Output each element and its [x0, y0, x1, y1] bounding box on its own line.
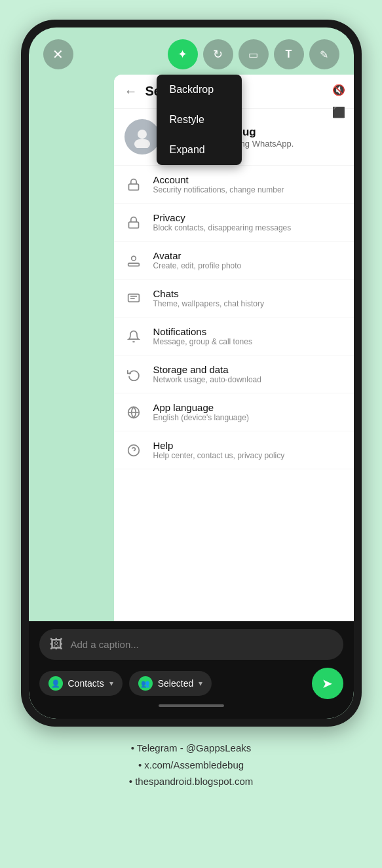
- qr-icon: ⬛: [329, 102, 349, 122]
- contacts-chevron-icon: ▾: [109, 679, 113, 688]
- contacts-button[interactable]: 👤 Contacts ▾: [39, 671, 123, 696]
- footer-line-2: • x.com/Assembledebug: [129, 757, 254, 774]
- settings-item-avatar[interactable]: Avatar Create, edit, profile photo: [114, 242, 354, 280]
- settings-item-account[interactable]: Account Security notifications, change n…: [114, 166, 354, 204]
- close-button[interactable]: ✕: [43, 39, 73, 69]
- phone-screen: x.com/AssembleDebug ✕ ✦ ↻ ▭ T: [29, 27, 354, 719]
- shape-button[interactable]: ▭: [239, 39, 269, 69]
- dropdown-expand[interactable]: Expand: [157, 135, 242, 165]
- selected-chevron-icon: ▾: [199, 679, 202, 688]
- settings-item-language[interactable]: App language English (device's language): [114, 393, 354, 431]
- account-text: Account Security notifications, change n…: [153, 174, 284, 194]
- footer-line-1: • Telegram - @GappsLeaks: [129, 740, 254, 757]
- footer-line-3: • thespandroid.blogspot.com: [129, 773, 254, 790]
- settings-item-help[interactable]: Help Help center, contact us, privacy po…: [114, 431, 354, 469]
- settings-item-storage[interactable]: Storage and data Network usage, auto-dow…: [114, 355, 354, 393]
- chats-icon: [124, 292, 143, 305]
- phone-shell: x.com/AssembleDebug ✕ ✦ ↻ ▭ T: [21, 20, 362, 727]
- language-text: App language English (device's language): [153, 402, 249, 422]
- home-indicator: [159, 704, 224, 707]
- selected-button[interactable]: 👥 Selected ▾: [129, 671, 212, 696]
- dropdown-menu: Backdrop Restyle Expand: [157, 75, 242, 165]
- contacts-icon: 👤: [48, 676, 63, 691]
- settings-item-notifications[interactable]: Notifications Message, group & call tone…: [114, 317, 354, 355]
- text-button[interactable]: T: [274, 39, 304, 69]
- svg-point-4: [131, 256, 136, 261]
- caption-input-bar[interactable]: 🖼 Add a caption...: [39, 629, 343, 660]
- dropdown-restyle[interactable]: Restyle: [157, 105, 242, 135]
- svg-rect-3: [128, 222, 138, 228]
- bottom-area: 🖼 Add a caption... 👤 Contacts ▾ 👥 Select…: [29, 621, 354, 719]
- account-icon: [124, 178, 143, 191]
- storage-icon: [124, 368, 143, 381]
- dropdown-backdrop[interactable]: Backdrop: [157, 75, 242, 105]
- rotate-button[interactable]: ↻: [203, 39, 233, 69]
- contacts-label: Contacts: [68, 678, 104, 689]
- shape-icon: ▭: [248, 48, 258, 61]
- help-icon: [124, 444, 143, 457]
- selected-label: Selected: [158, 678, 193, 689]
- svg-point-0: [138, 130, 147, 139]
- settings-corner-icons: 🔇 ⬛: [329, 80, 349, 122]
- text-icon: T: [286, 48, 292, 60]
- notifications-icon: [124, 330, 143, 343]
- ai-button[interactable]: ✦: [168, 39, 198, 69]
- back-button[interactable]: ←: [124, 84, 138, 99]
- close-icon: ✕: [52, 46, 64, 62]
- svg-point-1: [134, 139, 150, 148]
- avatar-icon: [124, 254, 143, 267]
- send-icon: ➤: [322, 676, 333, 691]
- storage-text: Storage and data Network usage, auto-dow…: [153, 364, 261, 384]
- send-button[interactable]: ➤: [312, 668, 343, 699]
- footer-text: • Telegram - @GappsLeaks • x.com/Assembl…: [129, 740, 254, 790]
- language-icon: [124, 406, 143, 419]
- svg-rect-5: [128, 263, 139, 266]
- privacy-text: Privacy Block contacts, disappearing mes…: [153, 212, 292, 232]
- pencil-button[interactable]: ✎: [309, 39, 339, 69]
- settings-item-privacy[interactable]: Privacy Block contacts, disappearing mes…: [114, 204, 354, 242]
- caption-placeholder: Add a caption...: [71, 639, 139, 650]
- caption-camera-icon: 🖼: [50, 637, 63, 652]
- chats-text: Chats Theme, wallpapers, chat history: [153, 288, 264, 308]
- privacy-icon: [124, 216, 143, 229]
- settings-item-chats[interactable]: Chats Theme, wallpapers, chat history: [114, 280, 354, 317]
- send-row: 👤 Contacts ▾ 👥 Selected ▾ ➤: [39, 668, 343, 699]
- help-text: Help Help center, contact us, privacy po…: [153, 440, 285, 460]
- selected-icon: 👥: [138, 676, 153, 691]
- mute-icon: 🔇: [329, 80, 349, 99]
- pencil-icon: ✎: [320, 48, 328, 61]
- avatar-text: Avatar Create, edit, profile photo: [153, 250, 242, 270]
- top-bar: ✕ ✦ ↻ ▭ T ✎: [29, 39, 354, 69]
- avatar: [124, 119, 160, 154]
- ai-icon: ✦: [178, 47, 187, 62]
- top-right-icons: ✦ ↻ ▭ T ✎: [168, 39, 339, 69]
- rotate-icon: ↻: [213, 47, 223, 62]
- notifications-text: Notifications Message, group & call tone…: [153, 326, 252, 346]
- svg-rect-2: [128, 184, 138, 190]
